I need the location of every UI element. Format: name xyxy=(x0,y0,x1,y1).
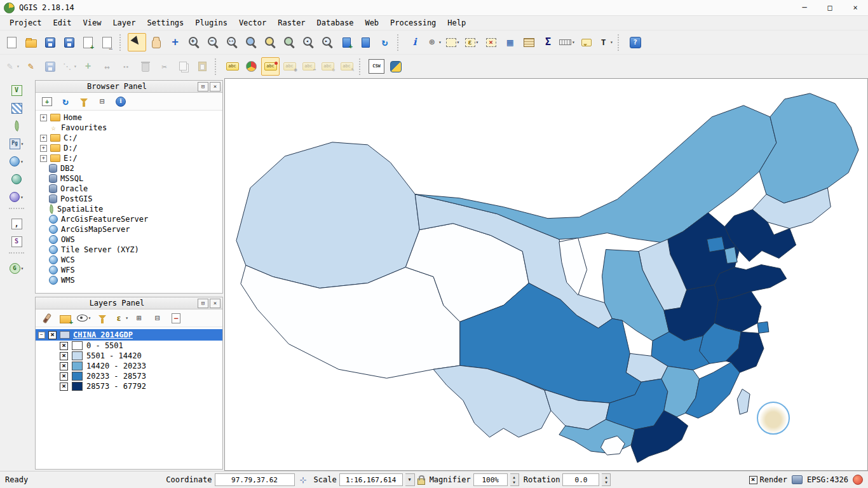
browser-item-db2[interactable]: DB2 xyxy=(36,163,222,173)
python-console-button[interactable] xyxy=(386,57,405,76)
zoom-to-selection-button[interactable] xyxy=(261,33,280,51)
add-delimited-text-layer-button[interactable] xyxy=(6,215,27,233)
expander-icon[interactable]: + xyxy=(40,135,47,142)
toggle-extents-icon[interactable] xyxy=(297,474,309,486)
open-layer-styling-dock-button[interactable] xyxy=(39,311,55,326)
browser-item-home[interactable]: +Home xyxy=(36,112,222,123)
add-wfs-layer-button[interactable]: ▾ xyxy=(6,188,27,206)
open-attribute-table-button[interactable] xyxy=(501,33,519,51)
float-panel-button[interactable]: ⊡ xyxy=(198,299,208,308)
dropdown-arrow-icon[interactable]: ▾ xyxy=(572,39,575,45)
menu-help[interactable]: Help xyxy=(442,17,471,29)
dropdown-arrow-icon[interactable]: ▾ xyxy=(20,159,24,165)
highlight-pinned-labels-button[interactable] xyxy=(261,57,280,76)
epsg-code[interactable]: EPSG:4326 xyxy=(807,475,848,484)
menu-view[interactable]: View xyxy=(77,17,107,29)
save-project-button[interactable] xyxy=(41,33,59,51)
layer-labeling-options-button[interactable] xyxy=(223,57,241,76)
browser-item-e-drive[interactable]: +E:/ xyxy=(36,153,222,163)
layer-row-china-2014gdp[interactable]: −×CHINA 2014GDP xyxy=(36,329,222,341)
close-panel-button[interactable]: × xyxy=(210,299,220,308)
select-features-button[interactable]: ▾ xyxy=(444,33,462,51)
class-checkbox[interactable]: × xyxy=(60,352,68,360)
render-checkbox[interactable]: × xyxy=(749,476,757,484)
layer-expander-icon[interactable]: − xyxy=(38,332,45,339)
zoom-out-button[interactable] xyxy=(204,33,222,51)
coordinate-input[interactable] xyxy=(215,473,295,486)
help-button[interactable] xyxy=(626,33,644,51)
dropdown-arrow-icon[interactable]: ▾ xyxy=(21,141,24,147)
dropdown-arrow-icon[interactable]: ▾ xyxy=(476,39,479,45)
add-spatialite-layer-button[interactable] xyxy=(6,117,27,135)
class-checkbox[interactable]: × xyxy=(60,362,68,370)
new-shapefile-layer-button[interactable] xyxy=(6,233,27,250)
pan-map-button[interactable] xyxy=(147,33,165,51)
metasearch-csw-button[interactable] xyxy=(367,57,386,76)
scale-input[interactable] xyxy=(339,473,403,486)
menu-settings[interactable]: Settings xyxy=(142,17,190,29)
menu-plugins[interactable]: Plugins xyxy=(189,17,233,29)
filter-legend-by-expression-button[interactable]: ▾ xyxy=(112,311,129,326)
zoom-full-button[interactable] xyxy=(242,33,261,51)
close-panel-button[interactable]: × xyxy=(210,82,220,92)
browser-item-wcs[interactable]: WCS xyxy=(36,255,222,265)
expander-icon[interactable]: + xyxy=(40,114,47,121)
add-wcs-layer-button[interactable] xyxy=(6,170,27,188)
browser-item-mssql[interactable]: MSSQL xyxy=(36,173,222,184)
refresh-button[interactable] xyxy=(376,33,394,51)
dropdown-arrow-icon[interactable]: ▾ xyxy=(88,315,92,321)
menu-web[interactable]: Web xyxy=(359,17,384,29)
deselect-all-button[interactable] xyxy=(482,33,500,51)
open-project-button[interactable] xyxy=(22,33,40,51)
toggle-editing-button[interactable] xyxy=(22,57,40,76)
browser-item-ows[interactable]: OWS xyxy=(36,234,222,245)
text-annotation-button[interactable]: ▾ xyxy=(596,33,614,51)
class-checkbox[interactable]: × xyxy=(60,383,68,391)
zoom-next-button[interactable] xyxy=(318,33,337,51)
collapse-all-button[interactable] xyxy=(149,311,166,326)
add-selected-layers-button[interactable] xyxy=(39,94,55,109)
close-button[interactable]: × xyxy=(843,0,868,15)
menu-vector[interactable]: Vector xyxy=(233,17,272,29)
browser-item-postgis[interactable]: PostGIS xyxy=(36,194,222,204)
new-geopackage-layer-button[interactable]: ▾ xyxy=(6,259,27,277)
browser-item-arcgis-map-server[interactable]: ArcGisMapServer xyxy=(36,224,222,234)
magnifier-spinner[interactable]: ▲▼ xyxy=(510,473,519,486)
menu-processing[interactable]: Processing xyxy=(384,17,442,29)
zoom-in-button[interactable] xyxy=(185,33,203,51)
manage-map-themes-button[interactable]: ▾ xyxy=(76,311,92,326)
browser-item-spatialite[interactable]: SpatiaLite xyxy=(36,204,222,214)
menu-edit[interactable]: Edit xyxy=(48,17,78,29)
dropdown-arrow-icon[interactable]: ▾ xyxy=(438,39,442,45)
add-vector-layer-button[interactable] xyxy=(6,81,27,99)
touch-zoom-and-pan-button[interactable] xyxy=(128,33,146,51)
menu-project[interactable]: Project xyxy=(4,17,48,29)
enable-properties-widget-button[interactable] xyxy=(112,94,129,109)
crs-status-icon[interactable] xyxy=(792,475,803,484)
layer-checkbox[interactable]: × xyxy=(48,331,57,339)
new-bookmark-button[interactable] xyxy=(337,33,356,51)
rotation-input[interactable] xyxy=(562,473,599,486)
remove-layer-group-button[interactable] xyxy=(168,311,184,326)
map-tips-button[interactable] xyxy=(577,33,595,51)
browser-item-favourites[interactable]: Favourites xyxy=(36,123,222,133)
field-calculator-button[interactable] xyxy=(520,33,538,51)
add-postgis-layer-button[interactable]: ▾ xyxy=(6,135,27,152)
collapse-all-browser-button[interactable] xyxy=(94,94,111,109)
browser-item-c-drive[interactable]: +C:/ xyxy=(36,133,222,143)
magnifier-input[interactable] xyxy=(473,473,508,486)
dropdown-arrow-icon[interactable]: ▾ xyxy=(125,315,128,321)
show-statistical-summary-button[interactable] xyxy=(539,33,557,51)
log-messages-icon[interactable] xyxy=(853,475,863,485)
refresh-browser-button[interactable] xyxy=(57,94,74,109)
menu-database[interactable]: Database xyxy=(311,17,360,29)
expand-all-button[interactable] xyxy=(131,311,147,326)
new-project-button[interactable] xyxy=(3,33,21,51)
measure-button[interactable]: ▾ xyxy=(558,33,576,51)
scale-dropdown-arrow[interactable]: ▼ xyxy=(405,473,415,486)
class-checkbox[interactable]: × xyxy=(60,342,68,350)
zoom-to-native-resolution-button[interactable] xyxy=(223,33,241,51)
scale-lock-icon[interactable] xyxy=(417,478,425,485)
filter-legend-button[interactable] xyxy=(94,311,111,326)
dropdown-arrow-icon[interactable]: ▾ xyxy=(21,266,24,271)
